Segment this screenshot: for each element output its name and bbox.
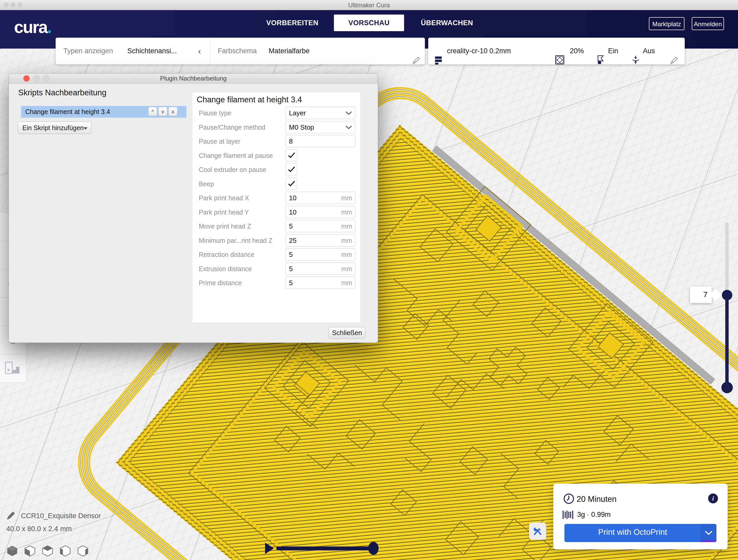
- view-front-icon[interactable]: [24, 545, 36, 557]
- field-value: 5: [289, 251, 293, 259]
- marketplace-button[interactable]: Marktplatz: [649, 17, 685, 30]
- layer-slider-lower-handle[interactable]: [721, 382, 733, 393]
- field-value: 10: [289, 208, 297, 216]
- view-type-value[interactable]: Schichtenansi...: [127, 38, 177, 64]
- pause-type-select[interactable]: Layer: [285, 107, 355, 119]
- material-estimate: 3g · 0.99m: [577, 511, 611, 519]
- print-with-octoprint-button[interactable]: Print with OctoPrint: [565, 524, 716, 542]
- pause-change-method-select[interactable]: M0 Stop: [285, 121, 355, 133]
- printer-profile[interactable]: creality-cr-10 0.2mm: [447, 38, 511, 64]
- tool-support-blocker-button[interactable]: [0, 354, 26, 382]
- play-button[interactable]: [265, 543, 274, 554]
- print-settings-panel[interactable]: creality-cr-10 0.2mm 20% Ein Aus: [428, 38, 685, 64]
- cura-window: CCR10_Exquisite Densor 40.0 x 80.0 x 2.4…: [0, 0, 738, 560]
- prime-distance-label: Prime distance: [199, 279, 242, 287]
- chevron-down-icon: [705, 531, 713, 535]
- field-value: 25: [289, 236, 297, 245]
- extrusion-distance-input[interactable]: 5mm: [285, 262, 355, 275]
- beep-label: Beep: [199, 180, 214, 187]
- form-row: Minimum par...rint head Z25mm: [193, 233, 360, 248]
- tab-ueberwachen[interactable]: ÜBERWACHEN: [416, 15, 478, 31]
- print-options-dropdown[interactable]: [701, 524, 716, 542]
- form-row: Extrusion distance5mm: [193, 262, 360, 276]
- field-value: 5: [289, 265, 293, 273]
- pause-at-layer-input[interactable]: 8: [285, 135, 355, 147]
- color-scheme-label: Farbschema: [218, 38, 257, 64]
- unit-label: mm: [341, 194, 352, 202]
- model-dimensions: 40.0 x 80.0 x 2.4 mm: [6, 525, 101, 533]
- simulation-controls: [264, 542, 383, 557]
- info-icon[interactable]: i: [708, 494, 718, 503]
- close-dialog-button[interactable]: Schließen: [329, 327, 365, 339]
- change-filament-checkbox[interactable]: [285, 149, 297, 161]
- collapse-chevron-icon[interactable]: ‹: [198, 38, 201, 64]
- field-value: 5: [289, 279, 293, 287]
- signin-button[interactable]: Anmelden: [692, 17, 724, 30]
- cool-extruder-label: Cool extruder on pause: [199, 166, 266, 173]
- pencil-icon[interactable]: [670, 47, 678, 74]
- support-enabled-value: Ein: [608, 38, 618, 64]
- view-type-label: Typen anzeigen: [63, 38, 113, 64]
- retraction-distance-label: Retraction distance: [199, 251, 255, 258]
- form-row: Beep: [193, 177, 360, 191]
- form-row: Retraction distance5mm: [193, 247, 360, 262]
- move-z-label: Move print head Z: [199, 222, 251, 230]
- move-z-input[interactable]: 5mm: [285, 220, 355, 232]
- view-orientation-buttons: [6, 545, 89, 557]
- move-script-up-button[interactable]: ^: [148, 107, 157, 116]
- material-usage-icon: [562, 509, 574, 521]
- simulation-slider-track[interactable]: [276, 547, 373, 550]
- move-script-down-button[interactable]: v: [158, 107, 167, 116]
- print-job-summary-card: 20 Minuten i 3g · 0.99m Print with OctoP…: [553, 484, 728, 549]
- pencil-icon[interactable]: [412, 47, 420, 74]
- window-titlebar: Ultimaker Cura: [0, 0, 738, 10]
- retraction-distance-input[interactable]: 5mm: [285, 248, 355, 260]
- pause-change-method-label: Pause/Change method: [199, 123, 265, 131]
- cool-extruder-checkbox[interactable]: [285, 163, 297, 175]
- prime-distance-input[interactable]: 5mm: [285, 276, 355, 289]
- cura-logo: cura.: [14, 17, 51, 37]
- tab-vorschau[interactable]: VORSCHAU: [334, 15, 404, 31]
- tab-vorbereiten[interactable]: VORBEREITEN: [265, 15, 320, 31]
- dialog-titlebar[interactable]: Plugin Nachbearbeitung: [9, 73, 378, 84]
- field-value: 5: [289, 222, 293, 230]
- printer-tools-button[interactable]: [529, 523, 546, 540]
- view-top-icon[interactable]: [42, 545, 53, 557]
- park-x-input[interactable]: 10mm: [285, 192, 355, 204]
- layer-slider-range[interactable]: [725, 295, 729, 388]
- unit-label: mm: [341, 237, 352, 244]
- unit-label: mm: [341, 208, 352, 216]
- chevron-down-icon: [345, 125, 352, 129]
- beep-checkbox[interactable]: [285, 178, 297, 189]
- model-name[interactable]: CCR10_Exquisite Densor: [21, 512, 101, 520]
- current-layer-number: 7: [703, 290, 708, 299]
- layer-slider-upper-handle[interactable]: [722, 290, 732, 300]
- window-title: Ultimaker Cura: [0, 2, 738, 9]
- extrusion-distance-label: Extrusion distance: [199, 265, 252, 272]
- support-icon: [596, 46, 605, 73]
- park-y-input[interactable]: 10mm: [285, 206, 355, 218]
- min-park-z-input[interactable]: 25mm: [285, 234, 355, 246]
- selected-value: Layer: [289, 109, 306, 117]
- unit-label: mm: [341, 222, 352, 230]
- selected-script-name: Change filament at height 3.4: [25, 108, 110, 116]
- view-3d-icon[interactable]: [6, 545, 18, 557]
- remove-script-button[interactable]: x: [168, 107, 177, 116]
- color-scheme-value[interactable]: Materialfarbe: [269, 38, 310, 64]
- unit-label: mm: [341, 251, 352, 258]
- simulation-slider-handle[interactable]: [368, 542, 379, 555]
- infill-percentage: 20%: [570, 38, 584, 64]
- adhesion-icon: [631, 46, 640, 73]
- chevron-down-icon: [345, 111, 352, 115]
- script-settings-heading: Change filament at height 3.4: [197, 95, 302, 104]
- view-left-icon[interactable]: [59, 545, 71, 557]
- panel-divider: [210, 38, 210, 64]
- logo-dot: .: [47, 17, 51, 37]
- script-settings-form: Pause typeLayerPause/Change methodM0 Sto…: [193, 106, 360, 290]
- add-script-dropdown[interactable]: Ein Skript hinzufügen: [18, 121, 91, 134]
- pause-at-layer-label: Pause at layer: [199, 138, 240, 145]
- unit-label: mm: [341, 265, 352, 273]
- view-options-panel: Typen anzeigen Schichtenansi... ‹ Farbsc…: [56, 38, 425, 64]
- view-right-icon[interactable]: [77, 545, 89, 557]
- dropdown-caret-icon: [83, 127, 87, 130]
